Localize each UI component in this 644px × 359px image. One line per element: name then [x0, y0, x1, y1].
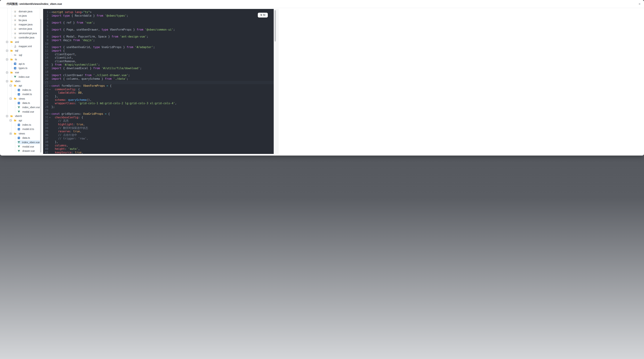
code-text: // 高亮 — [52, 119, 274, 123]
code-line: 30const gridOptions: VxeGridProps = { — [43, 112, 274, 116]
typescript-file-icon: TS — [18, 124, 20, 126]
tree-folder-sql[interactable]: sql — [0, 48, 42, 53]
code-line: 41 keepSource: true, — [43, 151, 274, 154]
code-scrollbar[interactable] — [274, 9, 276, 154]
line-number: 5 — [43, 25, 48, 28]
tree-file-index-vue[interactable]: index.vue — [0, 75, 42, 79]
line-number: 14 — [43, 56, 48, 60]
code-line: 15 clientRemove, — [43, 60, 274, 63]
code-line: 36 // 点击行选中 — [43, 133, 274, 137]
fold-chevron-icon[interactable] — [49, 12, 51, 13]
tree-item-label: vben5 — [15, 114, 22, 118]
tree-folder-vben5[interactable]: vben5 — [0, 114, 42, 118]
code-scrollbar-thumb[interactable] — [274, 10, 276, 41]
tree-item-label: index.ts — [22, 123, 31, 127]
page-backdrop: 代码预览: vm/vben5/views/index_vben.vue × do… — [0, 0, 280, 156]
java-file-icon — [14, 36, 16, 39]
line-number: 1 — [43, 10, 48, 14]
fold-chevron-icon[interactable] — [49, 85, 51, 86]
tree-item-label: api.ts — [18, 62, 25, 66]
vue-file-icon — [18, 106, 20, 108]
code-line: 20import { columns, querySchema } from '… — [43, 77, 274, 81]
tree-guide-line — [11, 53, 12, 55]
code-text: import { — [52, 49, 274, 53]
tree-guide-tick — [15, 94, 17, 95]
line-number: 2 — [43, 14, 48, 18]
dialog-scrollbar-track[interactable] — [276, 9, 278, 154]
tree-item-label: xml — [15, 40, 19, 44]
tree-folder-api[interactable]: api — [0, 118, 42, 123]
tree-guide-tick — [11, 38, 13, 38]
code-text: commonConfig: { — [52, 88, 274, 91]
file-tree-scrollbar[interactable] — [40, 8, 42, 154]
line-number: 13 — [43, 53, 48, 56]
code-text: <script setup lang="ts"> — [52, 10, 274, 14]
line-number: 22 — [43, 84, 48, 88]
tree-file-model-ts[interactable]: TSmodel.ts — [0, 92, 42, 96]
tree-file-data-ts[interactable]: TSdata.ts — [0, 101, 42, 105]
tree-file-api-ts[interactable]: TSapi.ts — [0, 62, 42, 66]
folder-icon — [10, 71, 13, 74]
tree-file-service-java[interactable]: service.java — [0, 27, 42, 31]
line-number: 17 — [43, 67, 48, 70]
tree-guide-tick — [11, 55, 13, 55]
tree-folder-vue[interactable]: vue — [0, 70, 42, 74]
tree-folder-views[interactable]: views — [0, 131, 42, 136]
tree-item-label: index.vue — [18, 75, 30, 79]
tree-file-mapper-java[interactable]: mapper.java — [0, 22, 42, 27]
tree-file-index-vben-vue[interactable]: index_vben.vue — [0, 105, 42, 109]
code-text: clientList, — [52, 56, 274, 60]
typescript-file-icon: TS — [18, 93, 20, 95]
tree-guide-line — [15, 88, 15, 94]
line-number: 41 — [43, 151, 48, 154]
tree-folder-xml[interactable]: xml — [0, 40, 42, 44]
tree-item-label: vue — [15, 70, 19, 74]
tree-file-types-ts[interactable]: TStypes.ts — [0, 66, 42, 70]
tree-guide-tick — [15, 125, 17, 125]
fold-chevron-icon[interactable] — [49, 117, 51, 118]
code-line: 1<script setup lang="ts"> — [43, 10, 274, 14]
line-number: 29 — [43, 109, 48, 112]
line-number: 27 — [43, 102, 48, 105]
tree-file-domain-java[interactable]: domain.java — [0, 9, 42, 13]
tree-file-modal-vue[interactable]: modal.vue — [0, 110, 42, 114]
tree-guide-tick — [15, 129, 17, 129]
code-text: // 翻页时保留选中状态 — [52, 126, 274, 130]
tree-file-data-ts[interactable]: TSdata.ts — [0, 136, 42, 140]
tree-file-modal-vue[interactable]: modal.vue — [0, 144, 42, 149]
code-text: checkboxConfig: { — [52, 116, 274, 119]
fold-chevron-icon[interactable] — [49, 113, 51, 114]
code-line: 7 — [43, 32, 274, 35]
code-text: import { Page, useVbenDrawer, type VbenF… — [52, 28, 274, 32]
line-number: 7 — [43, 32, 48, 35]
tree-folder-api[interactable]: api — [0, 83, 42, 88]
tree-file-vo-java[interactable]: vo.java — [0, 13, 42, 18]
tree-file-drawer-vue[interactable]: drawer.vue — [0, 149, 42, 153]
copy-button[interactable]: 复 制 — [258, 13, 268, 18]
tree-item-label: views — [18, 96, 25, 101]
tree-folder-vben[interactable]: vben — [0, 79, 42, 83]
tree-file-bo-java[interactable]: bo.java — [0, 18, 42, 22]
line-number: 31 — [43, 116, 48, 119]
tree-file-sql[interactable]: SQLsql — [0, 53, 42, 57]
line-number: 3 — [43, 17, 48, 21]
tree-file-index-ts[interactable]: TSindex.ts — [0, 88, 42, 92]
code-line: 10 — [43, 42, 274, 46]
tree-file-mapper-xml[interactable]: XMLmapper.xml — [0, 44, 42, 48]
tree-file-controller-java[interactable]: controller.java — [0, 35, 42, 40]
file-tree-scrollbar-thumb[interactable] — [40, 19, 42, 152]
code-line: 4import { ref } from 'vue'; — [43, 21, 274, 25]
code-line: 11import { useVbenVxeGrid, type VxeGridP… — [43, 45, 274, 49]
tree-file-model-d-ts[interactable]: TSmodel.d.ts — [0, 127, 42, 131]
tree-guide-line — [11, 62, 12, 68]
tree-file-index-ts[interactable]: TSindex.ts — [0, 123, 42, 127]
tree-file-index-vben-vue[interactable]: index_vben.vue — [0, 140, 42, 144]
code-line: 18 — [43, 70, 274, 74]
code-text: import dayjs from 'dayjs'; — [52, 39, 274, 42]
tree-folder-views[interactable]: views — [0, 96, 42, 101]
code-text: import { downloadExcel } from '#/utils/f… — [52, 67, 274, 70]
tree-folder-ts[interactable]: ts — [0, 57, 42, 61]
tree-file-serviceimpl-java[interactable]: serviceImpl.java — [0, 31, 42, 35]
folder-icon — [14, 97, 16, 100]
fold-chevron-icon[interactable] — [49, 89, 51, 90]
